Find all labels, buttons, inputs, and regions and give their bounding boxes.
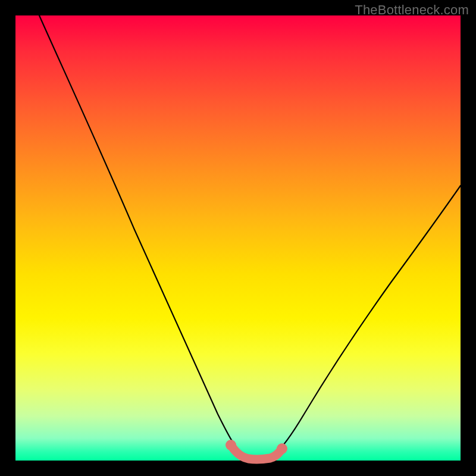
sweet-spot-end-marker	[277, 443, 287, 454]
bottleneck-curve-path	[39, 15, 461, 459]
chart-plot-area	[15, 15, 461, 461]
chart-frame: TheBottleneck.com	[0, 0, 476, 476]
bottleneck-curve-svg	[15, 15, 461, 461]
sweet-spot-path	[231, 445, 282, 459]
watermark-text: TheBottleneck.com	[355, 2, 469, 18]
sweet-spot-start-marker	[226, 440, 236, 450]
